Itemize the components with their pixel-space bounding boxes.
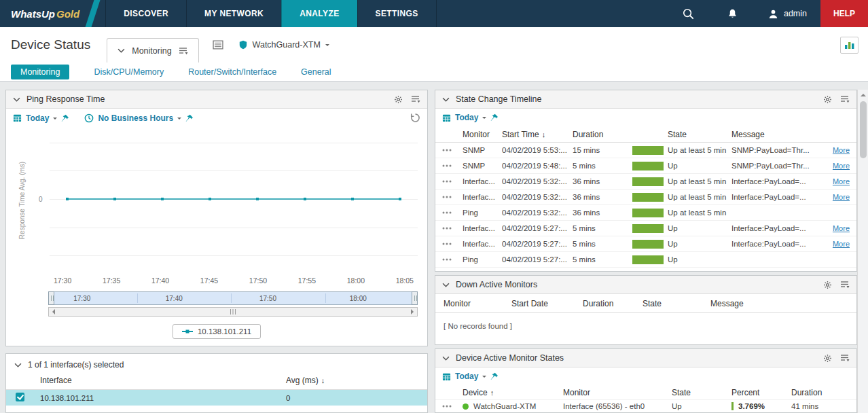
row-menu-icon[interactable] — [442, 196, 463, 198]
collapse-chevron-icon[interactable] — [442, 97, 450, 102]
date-filter-dropdown[interactable]: Today — [455, 372, 478, 381]
more-link[interactable]: More — [833, 146, 850, 154]
nav-item-my-network[interactable]: MY NETWORK — [186, 0, 281, 27]
legend-series-toggle[interactable]: 10.138.101.211 — [173, 324, 261, 339]
time-range-slider[interactable]: 17:30 17:40 17:50 18:00 — [48, 291, 418, 305]
column-header-state[interactable]: State — [643, 299, 710, 308]
row-checkbox[interactable] — [16, 393, 24, 401]
slider-handle-left[interactable] — [48, 291, 54, 305]
caret-down-icon[interactable] — [482, 376, 486, 380]
caret-down-icon[interactable] — [482, 117, 486, 121]
panel-title: Device Active Monitor States — [456, 353, 564, 363]
panel-menu-icon[interactable] — [411, 95, 420, 103]
scrollbar-grip[interactable] — [230, 309, 236, 315]
dashboard-chart-button[interactable] — [840, 37, 858, 54]
ping-chart: Response Time Avg. (ms) 0 17:30 17:35 17… — [6, 127, 418, 286]
settings-gear-icon[interactable] — [823, 354, 832, 363]
app-logo[interactable]: WhatsUpGold — [0, 0, 94, 27]
collapse-chevron-icon[interactable] — [442, 283, 450, 287]
collapse-chevron-icon[interactable] — [14, 363, 22, 367]
row-menu-icon[interactable] — [442, 149, 463, 151]
column-header-percent[interactable]: Percent — [731, 388, 791, 397]
collapse-chevron-icon[interactable] — [13, 97, 20, 102]
column-header-device[interactable]: Device↑ — [463, 388, 563, 397]
more-link[interactable]: More — [833, 193, 850, 201]
scrollbar-thumb[interactable] — [860, 101, 867, 158]
scroll-right-arrow[interactable] — [408, 309, 417, 315]
pin-icon[interactable] — [61, 114, 69, 122]
tab-general[interactable]: General — [301, 67, 331, 77]
row-menu-icon[interactable] — [442, 227, 463, 230]
more-link[interactable]: More — [833, 177, 850, 185]
caret-down-icon[interactable] — [53, 118, 57, 122]
column-header-state[interactable]: State — [632, 130, 731, 139]
user-menu[interactable]: admin — [754, 0, 820, 27]
report-tabs: Monitoring Disk/CPU/Memory Router/Switch… — [0, 62, 868, 82]
date-filter-dropdown[interactable]: Today — [26, 113, 49, 123]
business-hours-dropdown[interactable]: No Business Hours — [98, 113, 173, 123]
nav-item-settings[interactable]: SETTINGS — [357, 0, 437, 27]
column-header-interface[interactable]: Interface — [40, 376, 286, 385]
settings-gear-icon[interactable] — [823, 95, 832, 104]
cell-start-time: 04/02/2019 5:32:... — [502, 193, 573, 201]
pin-icon[interactable] — [185, 114, 194, 122]
column-header-monitor[interactable]: Monitor — [444, 299, 511, 308]
row-menu-icon[interactable] — [442, 164, 463, 167]
column-header-monitor[interactable]: Monitor — [563, 388, 672, 397]
slider-handle-right[interactable] — [412, 291, 418, 305]
caret-down-icon[interactable] — [177, 118, 181, 122]
column-header-monitor[interactable]: Monitor — [463, 130, 502, 139]
row-menu-icon[interactable] — [442, 258, 463, 261]
x-tick-label: 17:50 — [249, 276, 267, 286]
column-header-message[interactable]: Message — [710, 299, 848, 308]
view-selector[interactable]: Monitoring — [107, 38, 198, 62]
device-selector[interactable]: WatchGuard-XTM — [238, 40, 329, 50]
more-link[interactable]: More — [833, 240, 850, 248]
settings-gear-icon[interactable] — [394, 95, 403, 104]
state-bar — [632, 255, 664, 264]
panel-menu-icon[interactable] — [840, 354, 850, 362]
row-menu-icon[interactable] — [442, 180, 463, 183]
tab-monitoring[interactable]: Monitoring — [11, 65, 69, 79]
column-header-avg[interactable]: Avg (ms)↓ — [286, 376, 419, 385]
cell-monitor: Ping — [463, 209, 502, 217]
history-icon[interactable] — [410, 113, 420, 123]
date-filter-dropdown[interactable]: Today — [455, 113, 478, 122]
row-menu-icon[interactable] — [442, 243, 463, 245]
column-header-duration[interactable]: Duration — [791, 388, 850, 397]
more-link[interactable]: More — [833, 224, 850, 232]
cell-state: Up at least 5 min — [668, 209, 726, 217]
tab-disk-cpu-memory[interactable]: Disk/CPU/Memory — [94, 67, 164, 77]
report-list-button[interactable] — [213, 40, 223, 50]
scroll-up-arrow[interactable] — [861, 90, 866, 100]
column-header-message[interactable]: Message — [731, 130, 824, 139]
search-button[interactable] — [666, 0, 711, 27]
collapse-chevron-icon[interactable] — [442, 356, 450, 361]
x-tick-label: 17:45 — [200, 276, 218, 286]
panel-menu-icon[interactable] — [840, 95, 850, 103]
tab-router-switch-interface[interactable]: Router/Switch/Interface — [188, 67, 276, 77]
row-menu-icon[interactable] — [442, 405, 463, 408]
more-link[interactable]: More — [833, 162, 850, 170]
column-header-start-time[interactable]: Start Time↓ — [502, 130, 573, 139]
chart-horizontal-scrollbar[interactable] — [48, 307, 418, 317]
main-scrollbar[interactable] — [857, 90, 868, 413]
panel-menu-icon[interactable] — [840, 281, 850, 289]
column-header-start-date[interactable]: Start Date — [511, 299, 583, 308]
column-header-state[interactable]: State — [672, 388, 731, 397]
nav-item-analyze[interactable]: ANALYZE — [281, 0, 357, 27]
nav-item-discover[interactable]: DISCOVER — [105, 0, 186, 27]
pin-icon[interactable] — [490, 113, 499, 122]
cell-message: Interface:PayLoad=... — [731, 224, 824, 232]
scroll-left-arrow[interactable] — [49, 309, 58, 315]
pin-icon[interactable] — [490, 372, 499, 380]
column-header-duration[interactable]: Duration — [573, 130, 632, 139]
settings-gear-icon[interactable] — [823, 281, 832, 289]
interface-row[interactable]: 10.138.101.211 0 — [6, 390, 427, 406]
column-header-duration[interactable]: Duration — [583, 299, 643, 308]
row-menu-icon[interactable] — [442, 211, 463, 214]
help-button[interactable]: HELP — [820, 0, 868, 27]
chart-legend: 10.138.101.211 — [6, 324, 427, 339]
notifications-button[interactable] — [711, 0, 754, 27]
state-bar — [632, 193, 664, 202]
